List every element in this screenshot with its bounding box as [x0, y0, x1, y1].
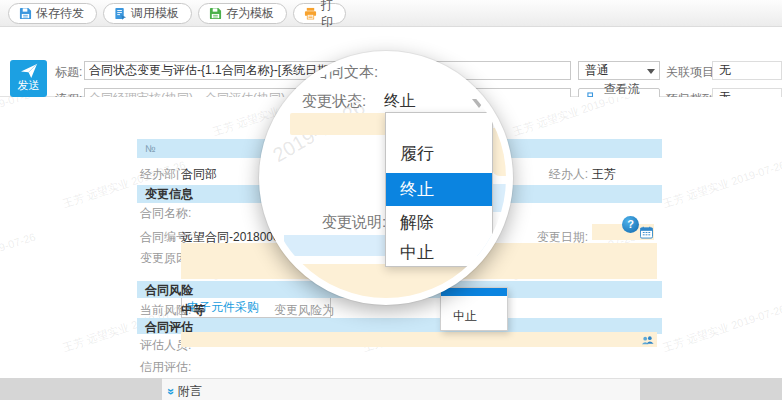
change-status-value[interactable]: 终止 [384, 91, 416, 112]
credit-label: 信用评估: [140, 359, 191, 376]
send-button[interactable]: 发送 [10, 60, 47, 97]
status-dropdown-small: 中止 [440, 287, 508, 331]
double-chevron-down-icon: » [161, 388, 178, 395]
toolbar-button-label: 保存待发 [36, 5, 84, 22]
save-pending-button[interactable]: 保存待发 [8, 3, 97, 24]
dropdown-option[interactable]: 履行 [386, 137, 492, 170]
dropdown-option[interactable]: 终止 [386, 173, 492, 206]
watermark-text: 王芳 远望实业 2019-07-26 [0, 97, 38, 139]
toolbar-button-label: 调用模板 [131, 5, 179, 22]
status-dropdown-open: 履行终止解除中止 [385, 112, 493, 267]
current-risk-value: 中等 [181, 302, 205, 319]
watermark-text: 王芳 远望实业 2019-07-26 [661, 302, 782, 356]
dropdown-caret-icon[interactable] [472, 99, 486, 108]
selected-option-strip [441, 288, 507, 296]
save-green-icon [209, 7, 222, 20]
help-icon[interactable]: ? [622, 216, 639, 233]
magnified-input [290, 113, 387, 135]
people-icon[interactable] [641, 333, 654, 351]
magnifier-circle: 2019-07-26 合同文本: 变更状态: 终止 变更说明: 履行终止解除中止 [259, 51, 513, 305]
evaluator-input[interactable] [181, 332, 657, 347]
save-as-template-button[interactable]: 存为模板 [198, 3, 287, 24]
handler-label: 经办人: [540, 166, 588, 183]
change-status-label: 变更状态: [302, 92, 366, 111]
watermark-text: 王芳 远望实业 2019-07-26 [511, 97, 638, 139]
change-risk-checkbox-label: 变更风险为 [274, 302, 334, 319]
related-project-select[interactable]: 无 [712, 61, 782, 80]
watermark-text: 王芳 远望实业 2019-07-26 [0, 230, 38, 284]
paper-plane-icon [10, 63, 47, 80]
chevron-down-icon [647, 69, 655, 74]
priority-value: 普通 [585, 63, 609, 77]
postscript-bar: » 附言 [162, 378, 640, 400]
contract-text-label: 合同文本: [314, 63, 378, 82]
printer-icon [304, 7, 317, 20]
save-blue-icon [19, 7, 32, 20]
dropdown-option[interactable]: 解除 [386, 206, 492, 239]
postscript-toggle[interactable]: » 附言 [166, 383, 202, 400]
dept-value: 合同部 [181, 166, 217, 183]
top-toolbar: 保存待发 调用模板 存为模板 打印 [0, 0, 782, 27]
toolbar-button-label: 存为模板 [226, 5, 274, 22]
calendar-icon[interactable] [640, 225, 653, 243]
handler-value: 王芳 [592, 166, 616, 183]
print-button[interactable]: 打印 [293, 3, 346, 24]
dropdown-option[interactable]: 中止 [386, 236, 492, 269]
related-project-value: 无 [719, 63, 731, 77]
bottom-bar: » 附言 [0, 378, 782, 400]
postscript-label: 附言 [178, 383, 202, 400]
invoke-template-button[interactable]: 调用模板 [103, 3, 192, 24]
change-note-label: 变更说明: [322, 213, 386, 232]
contract-name-label: 合同名称: [140, 205, 191, 222]
send-button-label: 发送 [10, 80, 47, 91]
watermark-text: 王芳 远望实业 2019-07-26 [661, 158, 782, 212]
dropdown-option[interactable]: 中止 [453, 308, 477, 325]
related-project-label: 关联项目: [666, 64, 717, 81]
contract-change-page: 保存待发 调用模板 存为模板 打印 发送 标题: 普通 关联项目: 无 [0, 0, 782, 400]
toolbar-button-label: 打印 [321, 0, 335, 31]
priority-select[interactable]: 普通 [578, 61, 660, 80]
invoke-template-icon [114, 7, 127, 20]
title-label: 标题: [55, 64, 82, 81]
